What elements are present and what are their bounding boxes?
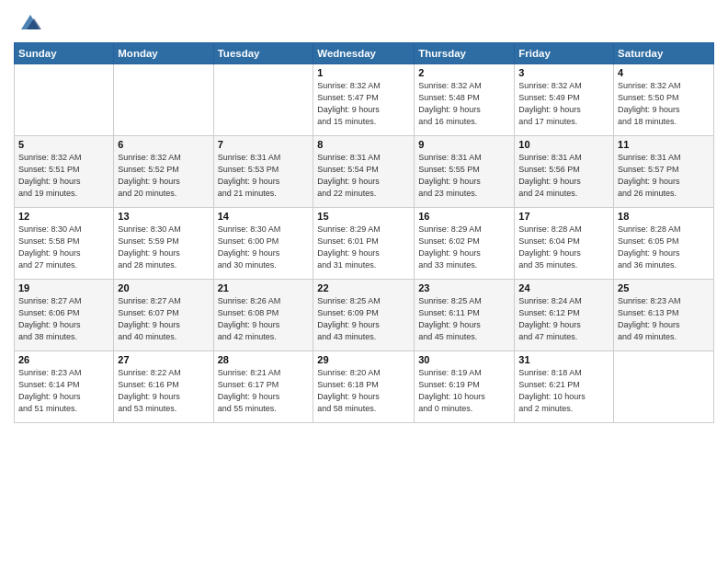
day-number: 14 bbox=[218, 211, 310, 222]
calendar-cell: 15Sunrise: 8:29 AM Sunset: 6:01 PM Dayli… bbox=[313, 208, 415, 280]
calendar-cell: 1Sunrise: 8:32 AM Sunset: 5:47 PM Daylig… bbox=[313, 64, 415, 136]
day-number: 26 bbox=[18, 354, 109, 365]
day-number: 6 bbox=[118, 139, 209, 150]
calendar-cell: 5Sunrise: 8:32 AM Sunset: 5:51 PM Daylig… bbox=[15, 136, 114, 208]
day-info: Sunrise: 8:24 AM Sunset: 6:12 PM Dayligh… bbox=[518, 295, 609, 343]
week-row-5: 26Sunrise: 8:23 AM Sunset: 6:14 PM Dayli… bbox=[15, 351, 714, 423]
week-row-1: 1Sunrise: 8:32 AM Sunset: 5:47 PM Daylig… bbox=[15, 64, 714, 136]
day-number: 29 bbox=[317, 354, 410, 365]
day-info: Sunrise: 8:26 AM Sunset: 6:08 PM Dayligh… bbox=[218, 295, 310, 343]
day-info: Sunrise: 8:30 AM Sunset: 5:58 PM Dayligh… bbox=[18, 224, 109, 271]
day-info: Sunrise: 8:32 AM Sunset: 5:47 PM Dayligh… bbox=[317, 80, 410, 128]
header bbox=[14, 9, 714, 35]
calendar-cell: 12Sunrise: 8:30 AM Sunset: 5:58 PM Dayli… bbox=[15, 208, 114, 280]
calendar-cell: 17Sunrise: 8:28 AM Sunset: 6:04 PM Dayli… bbox=[515, 208, 614, 280]
day-info: Sunrise: 8:32 AM Sunset: 5:51 PM Dayligh… bbox=[18, 152, 109, 200]
day-info: Sunrise: 8:32 AM Sunset: 5:49 PM Dayligh… bbox=[518, 80, 609, 128]
logo-icon bbox=[17, 9, 43, 35]
calendar-cell: 29Sunrise: 8:20 AM Sunset: 6:18 PM Dayli… bbox=[313, 351, 415, 423]
day-number: 4 bbox=[618, 67, 710, 78]
day-info: Sunrise: 8:25 AM Sunset: 6:09 PM Dayligh… bbox=[317, 295, 410, 343]
day-info: Sunrise: 8:22 AM Sunset: 6:16 PM Dayligh… bbox=[118, 367, 209, 415]
day-info: Sunrise: 8:32 AM Sunset: 5:50 PM Dayligh… bbox=[618, 80, 710, 128]
day-info: Sunrise: 8:27 AM Sunset: 6:06 PM Dayligh… bbox=[18, 295, 109, 343]
day-info: Sunrise: 8:21 AM Sunset: 6:17 PM Dayligh… bbox=[218, 367, 310, 415]
day-number: 25 bbox=[618, 282, 710, 293]
day-number: 18 bbox=[618, 211, 710, 222]
day-info: Sunrise: 8:30 AM Sunset: 6:00 PM Dayligh… bbox=[218, 224, 310, 271]
week-row-2: 5Sunrise: 8:32 AM Sunset: 5:51 PM Daylig… bbox=[15, 136, 714, 208]
day-info: Sunrise: 8:30 AM Sunset: 5:59 PM Dayligh… bbox=[118, 224, 209, 271]
day-info: Sunrise: 8:28 AM Sunset: 6:04 PM Dayligh… bbox=[518, 224, 609, 271]
day-number: 24 bbox=[518, 282, 609, 293]
day-number: 10 bbox=[518, 139, 609, 150]
day-number: 16 bbox=[418, 211, 510, 222]
calendar-cell: 8Sunrise: 8:31 AM Sunset: 5:54 PM Daylig… bbox=[313, 136, 415, 208]
calendar-cell: 9Sunrise: 8:31 AM Sunset: 5:55 PM Daylig… bbox=[415, 136, 515, 208]
calendar-cell: 25Sunrise: 8:23 AM Sunset: 6:13 PM Dayli… bbox=[614, 280, 714, 351]
day-number: 8 bbox=[317, 139, 410, 150]
day-number: 23 bbox=[418, 282, 510, 293]
calendar-cell: 21Sunrise: 8:26 AM Sunset: 6:08 PM Dayli… bbox=[213, 280, 313, 351]
calendar-cell: 11Sunrise: 8:31 AM Sunset: 5:57 PM Dayli… bbox=[614, 136, 714, 208]
day-number: 9 bbox=[418, 139, 510, 150]
page: SundayMondayTuesdayWednesdayThursdayFrid… bbox=[0, 0, 728, 563]
calendar-cell bbox=[213, 64, 313, 136]
day-number: 28 bbox=[218, 354, 310, 365]
day-info: Sunrise: 8:29 AM Sunset: 6:02 PM Dayligh… bbox=[418, 224, 510, 271]
calendar-cell: 16Sunrise: 8:29 AM Sunset: 6:02 PM Dayli… bbox=[415, 208, 515, 280]
calendar-cell: 13Sunrise: 8:30 AM Sunset: 5:59 PM Dayli… bbox=[114, 208, 213, 280]
calendar-cell bbox=[15, 64, 114, 136]
calendar-cell: 10Sunrise: 8:31 AM Sunset: 5:56 PM Dayli… bbox=[515, 136, 614, 208]
calendar-cell: 27Sunrise: 8:22 AM Sunset: 6:16 PM Dayli… bbox=[114, 351, 213, 423]
calendar-cell: 31Sunrise: 8:18 AM Sunset: 6:21 PM Dayli… bbox=[515, 351, 614, 423]
day-info: Sunrise: 8:23 AM Sunset: 6:14 PM Dayligh… bbox=[18, 367, 109, 415]
calendar-cell bbox=[614, 351, 714, 423]
day-number: 22 bbox=[317, 282, 410, 293]
day-number: 30 bbox=[418, 354, 510, 365]
calendar-cell: 18Sunrise: 8:28 AM Sunset: 6:05 PM Dayli… bbox=[614, 208, 714, 280]
day-number: 15 bbox=[317, 211, 410, 222]
calendar-table: SundayMondayTuesdayWednesdayThursdayFrid… bbox=[14, 42, 714, 423]
weekday-header-sunday: Sunday bbox=[15, 43, 114, 64]
calendar-cell: 14Sunrise: 8:30 AM Sunset: 6:00 PM Dayli… bbox=[213, 208, 313, 280]
day-number: 2 bbox=[418, 67, 510, 78]
day-number: 21 bbox=[218, 282, 310, 293]
weekday-header-saturday: Saturday bbox=[614, 43, 714, 64]
day-info: Sunrise: 8:31 AM Sunset: 5:55 PM Dayligh… bbox=[418, 152, 510, 200]
day-info: Sunrise: 8:32 AM Sunset: 5:52 PM Dayligh… bbox=[118, 152, 209, 200]
weekday-header-row: SundayMondayTuesdayWednesdayThursdayFrid… bbox=[15, 43, 714, 64]
day-info: Sunrise: 8:31 AM Sunset: 5:54 PM Dayligh… bbox=[317, 152, 410, 200]
day-number: 1 bbox=[317, 67, 410, 78]
day-number: 31 bbox=[518, 354, 609, 365]
calendar-cell: 20Sunrise: 8:27 AM Sunset: 6:07 PM Dayli… bbox=[114, 280, 213, 351]
calendar-cell: 2Sunrise: 8:32 AM Sunset: 5:48 PM Daylig… bbox=[415, 64, 515, 136]
day-info: Sunrise: 8:27 AM Sunset: 6:07 PM Dayligh… bbox=[118, 295, 209, 343]
calendar-cell: 4Sunrise: 8:32 AM Sunset: 5:50 PM Daylig… bbox=[614, 64, 714, 136]
week-row-3: 12Sunrise: 8:30 AM Sunset: 5:58 PM Dayli… bbox=[15, 208, 714, 280]
calendar-cell bbox=[114, 64, 213, 136]
weekday-header-friday: Friday bbox=[515, 43, 614, 64]
day-number: 12 bbox=[18, 211, 109, 222]
weekday-header-thursday: Thursday bbox=[415, 43, 515, 64]
day-number: 7 bbox=[218, 139, 310, 150]
calendar-cell: 24Sunrise: 8:24 AM Sunset: 6:12 PM Dayli… bbox=[515, 280, 614, 351]
logo bbox=[14, 9, 43, 35]
day-number: 27 bbox=[118, 354, 209, 365]
day-info: Sunrise: 8:31 AM Sunset: 5:53 PM Dayligh… bbox=[218, 152, 310, 200]
day-info: Sunrise: 8:31 AM Sunset: 5:56 PM Dayligh… bbox=[518, 152, 609, 200]
day-info: Sunrise: 8:19 AM Sunset: 6:19 PM Dayligh… bbox=[418, 367, 510, 415]
day-number: 3 bbox=[518, 67, 609, 78]
calendar-cell: 19Sunrise: 8:27 AM Sunset: 6:06 PM Dayli… bbox=[15, 280, 114, 351]
weekday-header-tuesday: Tuesday bbox=[213, 43, 313, 64]
day-info: Sunrise: 8:28 AM Sunset: 6:05 PM Dayligh… bbox=[618, 224, 710, 271]
day-info: Sunrise: 8:31 AM Sunset: 5:57 PM Dayligh… bbox=[618, 152, 710, 200]
calendar-cell: 26Sunrise: 8:23 AM Sunset: 6:14 PM Dayli… bbox=[15, 351, 114, 423]
day-info: Sunrise: 8:23 AM Sunset: 6:13 PM Dayligh… bbox=[618, 295, 710, 343]
calendar-cell: 22Sunrise: 8:25 AM Sunset: 6:09 PM Dayli… bbox=[313, 280, 415, 351]
week-row-4: 19Sunrise: 8:27 AM Sunset: 6:06 PM Dayli… bbox=[15, 280, 714, 351]
day-number: 13 bbox=[118, 211, 209, 222]
calendar-cell: 30Sunrise: 8:19 AM Sunset: 6:19 PM Dayli… bbox=[415, 351, 515, 423]
day-number: 11 bbox=[618, 139, 710, 150]
weekday-header-wednesday: Wednesday bbox=[313, 43, 415, 64]
